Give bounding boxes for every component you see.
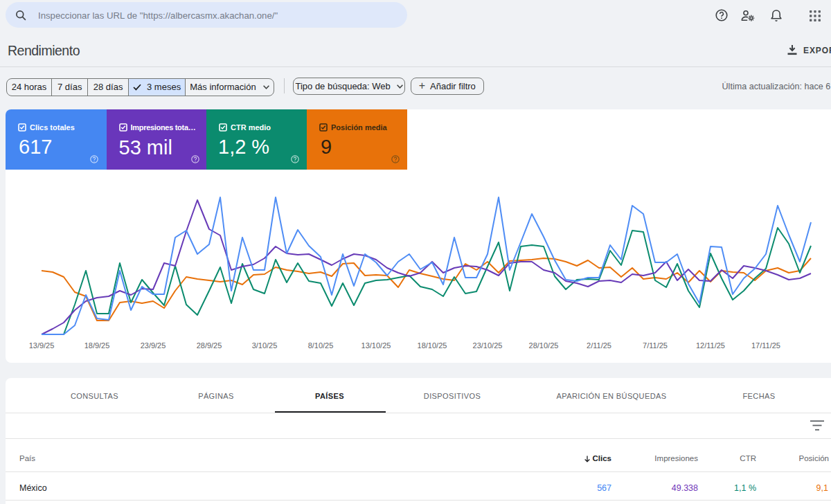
svg-text:18/9/25: 18/9/25 (84, 341, 110, 350)
svg-text:13/9/25: 13/9/25 (29, 341, 55, 350)
svg-text:3/10/25: 3/10/25 (252, 341, 278, 350)
svg-text:13/10/25: 13/10/25 (361, 341, 391, 350)
svg-text:23/9/25: 23/9/25 (141, 341, 166, 350)
svg-text:17/11/25: 17/11/25 (751, 341, 780, 350)
svg-text:2/11/25: 2/11/25 (587, 341, 611, 350)
svg-text:8/10/25: 8/10/25 (308, 341, 334, 350)
svg-text:12/11/25: 12/11/25 (696, 341, 725, 350)
svg-text:28/9/25: 28/9/25 (197, 341, 222, 350)
svg-text:7/11/25: 7/11/25 (643, 341, 668, 350)
svg-text:18/10/25: 18/10/25 (418, 341, 447, 350)
svg-text:23/10/25: 23/10/25 (473, 341, 503, 350)
svg-text:28/10/25: 28/10/25 (529, 341, 559, 350)
